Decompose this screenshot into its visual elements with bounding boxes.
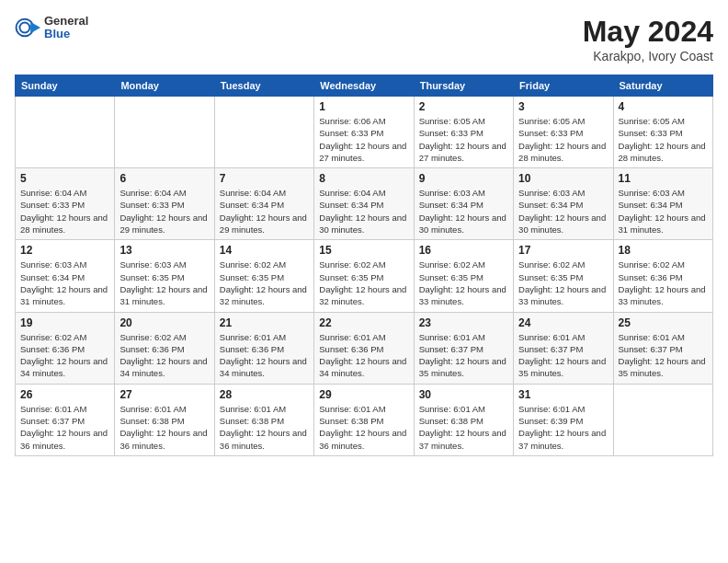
day-number: 2 [419,100,508,113]
calendar-week-row: 1Sunrise: 6:06 AMSunset: 6:33 PMDaylight… [16,97,713,168]
day-number: 8 [319,172,408,185]
calendar-day-cell: 30Sunrise: 6:01 AMSunset: 6:38 PMDayligh… [414,384,513,455]
day-info: Sunrise: 6:01 AMSunset: 6:36 PMDaylight:… [220,331,309,380]
day-info: Sunrise: 6:03 AMSunset: 6:35 PMDaylight:… [119,259,209,307]
calendar-location: Karakpo, Ivory Coast [583,49,713,63]
calendar-day-cell: 19Sunrise: 6:02 AMSunset: 6:36 PMDayligh… [16,312,115,384]
calendar-day-cell: 26Sunrise: 6:01 AMSunset: 6:37 PMDayligh… [16,384,115,455]
day-info: Sunrise: 6:01 AMSunset: 6:37 PMDaylight:… [419,331,508,380]
logo: General Blue [15,15,88,41]
calendar-day-cell: 6Sunrise: 6:04 AMSunset: 6:33 PMDaylight… [115,168,214,240]
day-info: Sunrise: 6:01 AMSunset: 6:37 PMDaylight:… [619,331,708,380]
day-info: Sunrise: 6:02 AMSunset: 6:35 PMDaylight:… [518,259,608,307]
day-number: 13 [119,244,209,257]
calendar-day-cell: 12Sunrise: 6:03 AMSunset: 6:34 PMDayligh… [16,240,115,312]
calendar-day-cell: 1Sunrise: 6:06 AMSunset: 6:33 PMDaylight… [314,97,414,168]
weekday-header: Friday [514,75,613,97]
calendar-day-cell: 13Sunrise: 6:03 AMSunset: 6:35 PMDayligh… [115,240,214,312]
calendar-day-cell: 9Sunrise: 6:03 AMSunset: 6:34 PMDaylight… [414,168,513,240]
calendar-day-cell: 14Sunrise: 6:02 AMSunset: 6:35 PMDayligh… [214,240,313,312]
day-info: Sunrise: 6:05 AMSunset: 6:33 PMDaylight:… [419,115,508,164]
day-number: 27 [119,388,209,401]
day-number: 21 [220,316,309,329]
day-info: Sunrise: 6:03 AMSunset: 6:34 PMDaylight:… [619,187,708,236]
day-info: Sunrise: 6:01 AMSunset: 6:37 PMDaylight:… [20,403,109,452]
calendar-day-cell: 4Sunrise: 6:05 AMSunset: 6:33 PMDaylight… [613,97,712,168]
day-info: Sunrise: 6:02 AMSunset: 6:35 PMDaylight:… [319,259,408,307]
day-number: 6 [119,172,209,185]
calendar-day-cell: 27Sunrise: 6:01 AMSunset: 6:38 PMDayligh… [115,384,214,455]
day-info: Sunrise: 6:01 AMSunset: 6:38 PMDaylight:… [119,403,209,452]
day-number: 20 [119,316,209,329]
calendar-day-cell: 18Sunrise: 6:02 AMSunset: 6:36 PMDayligh… [613,240,712,312]
day-number: 15 [319,244,408,257]
calendar-day-cell: 17Sunrise: 6:02 AMSunset: 6:35 PMDayligh… [514,240,613,312]
day-info: Sunrise: 6:02 AMSunset: 6:36 PMDaylight:… [619,259,708,307]
day-number: 7 [220,172,309,185]
day-number: 4 [619,100,708,113]
day-number: 19 [20,316,109,329]
day-number: 24 [518,316,608,329]
calendar-day-cell: 7Sunrise: 6:04 AMSunset: 6:34 PMDaylight… [214,168,313,240]
calendar-week-row: 26Sunrise: 6:01 AMSunset: 6:37 PMDayligh… [16,384,713,455]
day-info: Sunrise: 6:04 AMSunset: 6:34 PMDaylight:… [319,187,408,236]
day-info: Sunrise: 6:01 AMSunset: 6:38 PMDaylight:… [419,403,508,452]
calendar-day-cell: 10Sunrise: 6:03 AMSunset: 6:34 PMDayligh… [514,168,613,240]
calendar-day-cell: 8Sunrise: 6:04 AMSunset: 6:34 PMDaylight… [314,168,414,240]
weekday-header: Sunday [16,75,115,97]
calendar-day-cell [16,97,115,168]
day-info: Sunrise: 6:04 AMSunset: 6:34 PMDaylight:… [220,187,309,236]
calendar-day-cell: 25Sunrise: 6:01 AMSunset: 6:37 PMDayligh… [613,312,712,384]
day-info: Sunrise: 6:03 AMSunset: 6:34 PMDaylight:… [518,187,608,236]
day-number: 25 [619,316,708,329]
svg-marker-2 [30,22,40,33]
day-number: 16 [419,244,508,257]
day-number: 31 [518,388,608,401]
calendar-day-cell: 5Sunrise: 6:04 AMSunset: 6:33 PMDaylight… [16,168,115,240]
calendar-day-cell: 2Sunrise: 6:05 AMSunset: 6:33 PMDaylight… [414,97,513,168]
day-number: 12 [20,244,109,257]
weekday-header: Monday [115,75,214,97]
calendar-day-cell: 28Sunrise: 6:01 AMSunset: 6:38 PMDayligh… [214,384,313,455]
day-info: Sunrise: 6:04 AMSunset: 6:33 PMDaylight:… [119,187,209,236]
calendar-day-cell: 15Sunrise: 6:02 AMSunset: 6:35 PMDayligh… [314,240,414,312]
logo-blue: Blue [44,28,88,40]
day-number: 23 [419,316,508,329]
day-info: Sunrise: 6:02 AMSunset: 6:35 PMDaylight:… [220,259,309,307]
day-number: 28 [220,388,309,401]
calendar-day-cell: 24Sunrise: 6:01 AMSunset: 6:37 PMDayligh… [514,312,613,384]
calendar-day-cell: 20Sunrise: 6:02 AMSunset: 6:36 PMDayligh… [115,312,214,384]
page-header: General Blue May 2024 Karakpo, Ivory Coa… [15,15,713,63]
day-number: 29 [319,388,408,401]
calendar-day-cell: 21Sunrise: 6:01 AMSunset: 6:36 PMDayligh… [214,312,313,384]
day-info: Sunrise: 6:01 AMSunset: 6:37 PMDaylight:… [518,331,608,380]
weekday-header: Tuesday [214,75,313,97]
day-info: Sunrise: 6:03 AMSunset: 6:34 PMDaylight:… [419,187,508,236]
day-number: 5 [20,172,109,185]
day-number: 9 [419,172,508,185]
calendar-day-cell [214,97,313,168]
title-block: May 2024 Karakpo, Ivory Coast [583,15,713,63]
day-info: Sunrise: 6:01 AMSunset: 6:38 PMDaylight:… [220,403,309,452]
calendar-day-cell: 23Sunrise: 6:01 AMSunset: 6:37 PMDayligh… [414,312,513,384]
calendar-day-cell: 22Sunrise: 6:01 AMSunset: 6:36 PMDayligh… [314,312,414,384]
day-info: Sunrise: 6:01 AMSunset: 6:36 PMDaylight:… [319,331,408,380]
calendar-week-row: 19Sunrise: 6:02 AMSunset: 6:36 PMDayligh… [16,312,713,384]
day-number: 18 [619,244,708,257]
calendar-week-row: 5Sunrise: 6:04 AMSunset: 6:33 PMDaylight… [16,168,713,240]
day-info: Sunrise: 6:02 AMSunset: 6:36 PMDaylight:… [119,331,209,380]
calendar-day-cell: 16Sunrise: 6:02 AMSunset: 6:35 PMDayligh… [414,240,513,312]
calendar-header-row: SundayMondayTuesdayWednesdayThursdayFrid… [16,75,713,97]
calendar-day-cell: 11Sunrise: 6:03 AMSunset: 6:34 PMDayligh… [613,168,712,240]
day-number: 1 [319,100,408,113]
day-info: Sunrise: 6:06 AMSunset: 6:33 PMDaylight:… [319,115,408,164]
weekday-header: Thursday [414,75,513,97]
day-number: 30 [419,388,508,401]
calendar-week-row: 12Sunrise: 6:03 AMSunset: 6:34 PMDayligh… [16,240,713,312]
weekday-header: Wednesday [314,75,414,97]
day-number: 26 [20,388,109,401]
weekday-header: Saturday [613,75,712,97]
day-number: 17 [518,244,608,257]
calendar-day-cell: 29Sunrise: 6:01 AMSunset: 6:38 PMDayligh… [314,384,414,455]
day-number: 10 [518,172,608,185]
